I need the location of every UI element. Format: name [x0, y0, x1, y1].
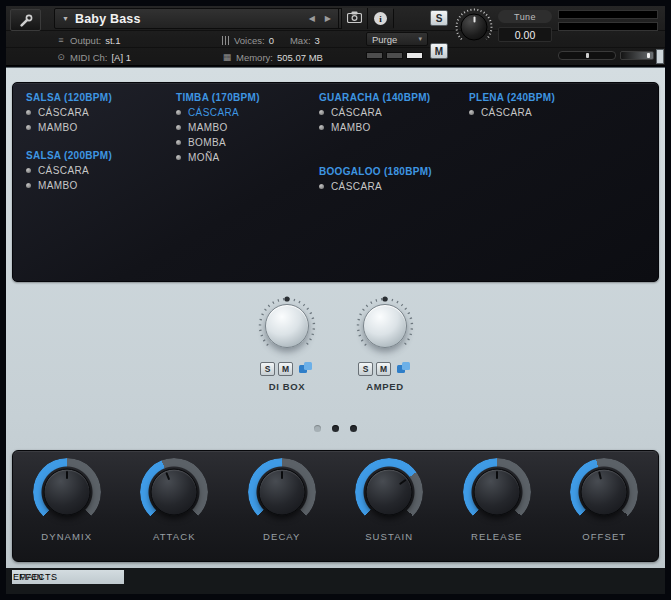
amped-volume-knob[interactable] [363, 304, 407, 348]
dibox-solo-button[interactable]: S [260, 362, 275, 376]
envelope-fx-panel: DYNAMIX ATTACK DECAY SUSTAIN [12, 450, 659, 562]
groove-item[interactable]: CÁSCARA [319, 179, 432, 194]
purge-led [366, 52, 383, 59]
decay-label: DECAY [263, 531, 301, 542]
level-meter-left [558, 10, 658, 19]
edit-wrench-button[interactable] [10, 9, 41, 31]
groove-group-title[interactable]: SALSA (200BPM) [26, 148, 112, 163]
next-instrument-icon[interactable]: ▶ [320, 14, 336, 23]
amp-slot-dibox: S M DI BOX [241, 294, 333, 392]
purge-label: Purge [372, 34, 397, 45]
groove-browser-panel: SALSA (120BPM) CÁSCARA MAMBO SALSA (200B… [12, 82, 659, 282]
groove-group: SALSA (200BPM) CÁSCARA MAMBO [26, 148, 112, 193]
groove-item[interactable]: MAMBO [26, 120, 112, 135]
groove-item[interactable]: CÁSCARA [26, 163, 112, 178]
dibox-knob-assembly [255, 294, 319, 358]
amped-fx-routing-button[interactable] [394, 362, 412, 376]
voices-label: Voices: [234, 35, 265, 46]
voices-field: Voices: 0 Max: 3 [222, 33, 320, 47]
memory-value: 505.07 MB [277, 52, 323, 63]
wrench-icon [11, 13, 40, 29]
groove-item[interactable]: MAMBO [176, 120, 260, 135]
corner-widget [656, 49, 664, 64]
groove-group-title[interactable]: SALSA (120BPM) [26, 90, 112, 105]
groove-group-title[interactable]: TIMBA (170BPM) [176, 90, 260, 105]
midi-value: [A] 1 [111, 52, 131, 63]
instrument-dropdown-icon[interactable]: ▼ [55, 15, 75, 22]
level-meter-right [558, 22, 658, 31]
knob-pointer [130, 448, 218, 536]
max-value[interactable]: 3 [315, 35, 320, 46]
tune-label: Tune [498, 10, 552, 23]
groove-item[interactable]: MAMBO [26, 178, 112, 193]
knob-pointer [563, 451, 645, 533]
info-button[interactable]: i [367, 8, 393, 29]
page-dot-2[interactable] [332, 425, 339, 432]
groove-bullet-icon [319, 110, 324, 115]
max-label: Max: [290, 35, 311, 46]
instrument-title-bar: ▼ Baby Bass ◀ ▶ i [54, 8, 394, 29]
camera-icon [347, 11, 362, 26]
release-knob-assembly [463, 458, 531, 526]
groove-bullet-icon [319, 125, 324, 130]
page-dot-1[interactable] [314, 425, 321, 432]
groove-item[interactable]: CÁSCARA [26, 105, 112, 120]
divider [338, 8, 339, 29]
amped-solo-button[interactable]: S [358, 362, 373, 376]
knob-pointer [342, 445, 437, 540]
memory-field: ▦ Memory: 505.07 MB [222, 50, 323, 64]
dibox-controls: S M [260, 362, 314, 376]
groove-bullet-icon [176, 140, 181, 145]
groove-item-selected[interactable]: CÁSCARA [176, 105, 260, 120]
solo-button[interactable]: S [430, 10, 448, 26]
groove-group: TIMBA (170BPM) CÁSCARA MAMBO BOMBA MOÑA [176, 90, 260, 165]
groove-group-title[interactable]: BOOGALOO (180BPM) [319, 164, 432, 179]
amped-mute-button[interactable]: M [376, 362, 391, 376]
snapshot-camera-button[interactable] [341, 8, 367, 29]
page-dots [0, 425, 671, 432]
output-field[interactable]: ≡ Output: st.1 [56, 33, 120, 47]
midi-channel-field[interactable]: ⊙ MIDI Ch: [A] 1 [56, 50, 131, 64]
mute-button[interactable]: M [430, 43, 448, 59]
knob-pointer [463, 458, 531, 526]
groove-group-title[interactable]: GUARACHA (140BPM) [319, 90, 432, 105]
kontakt-instrument-window: ▼ Baby Bass ◀ ▶ i S M [0, 0, 671, 600]
groove-bullet-icon [319, 184, 324, 189]
groove-item[interactable]: CÁSCARA [319, 105, 432, 120]
voices-icon [222, 36, 230, 45]
amped-label: AMPED [366, 381, 403, 392]
prev-instrument-icon[interactable]: ◀ [304, 14, 320, 23]
groove-bullet-icon [469, 110, 474, 115]
groove-column: SALSA (120BPM) CÁSCARA MAMBO SALSA (200B… [26, 90, 112, 206]
groove-bullet-icon [176, 110, 181, 115]
page-dot-3[interactable] [350, 425, 357, 432]
groove-item[interactable]: CÁSCARA [469, 105, 555, 120]
pan-slider[interactable] [558, 51, 616, 60]
dynamix-label: DYNAMIX [41, 531, 92, 542]
instrument-name: Baby Bass [75, 12, 304, 26]
groove-item[interactable]: MAMBO [319, 120, 432, 135]
dibox-mute-button[interactable]: M [278, 362, 293, 376]
dibox-fx-routing-button[interactable] [296, 362, 314, 376]
groove-bullet-icon [26, 110, 31, 115]
groove-group-title[interactable]: PLENA (240BPM) [469, 90, 555, 105]
groove-item[interactable]: BOMBA [176, 135, 260, 150]
volume-slider[interactable] [620, 51, 654, 60]
fx-knob-slot: DECAY [228, 451, 336, 561]
tune-knob-assembly [454, 7, 494, 47]
info-icon: i [374, 12, 387, 25]
output-value: st.1 [105, 35, 120, 46]
amped-knob-assembly [353, 294, 417, 358]
tune-value[interactable]: 0.00 [498, 27, 552, 42]
tab-effects[interactable]: EFFECTS [6, 570, 58, 584]
midi-label: MIDI Ch: [70, 52, 107, 63]
groove-item[interactable]: MOÑA [176, 150, 260, 165]
purge-button[interactable]: Purge ▾ [366, 32, 428, 46]
dibox-volume-knob[interactable] [265, 304, 309, 348]
groove-column: PLENA (240BPM) CÁSCARA [469, 90, 555, 133]
offset-knob-assembly [570, 458, 638, 526]
amped-controls: S M [358, 362, 412, 376]
bottom-tab-bar: MAIN EFFECTS [6, 568, 665, 594]
header-divider [6, 47, 665, 48]
tune-knob[interactable] [461, 14, 488, 41]
